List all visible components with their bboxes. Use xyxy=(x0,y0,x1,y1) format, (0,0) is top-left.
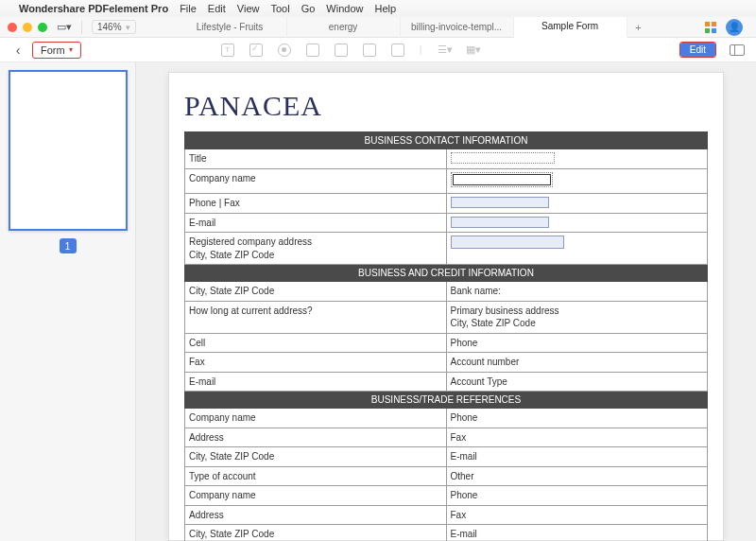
page-thumbnail-1[interactable]: PANACEA xyxy=(9,70,128,231)
align-tool-icon[interactable]: ☰▾ xyxy=(438,44,451,57)
label-account-type: Account Type xyxy=(446,372,708,392)
ref2-email: E-mail xyxy=(446,525,708,542)
page-number-badge: 1 xyxy=(60,238,77,253)
menu-view[interactable]: View xyxy=(237,3,260,14)
chevron-down-icon: ▾ xyxy=(126,23,130,32)
field-company-name[interactable] xyxy=(446,168,708,194)
ref2-address: Address xyxy=(185,505,447,525)
label-cell: Cell xyxy=(185,333,447,353)
menu-file[interactable]: File xyxy=(180,3,197,14)
button-tool-icon[interactable] xyxy=(363,44,376,57)
doc-title: PANACEA xyxy=(184,90,708,122)
tool-separator: | xyxy=(420,44,422,57)
tab-energy[interactable]: energy xyxy=(287,17,401,38)
menu-help[interactable]: Help xyxy=(374,3,396,14)
ref2-company: Company name xyxy=(185,486,447,506)
ref1-company: Company name xyxy=(185,409,447,428)
field-email[interactable] xyxy=(446,213,708,233)
form-field-tools: T | ☰▾ ▦▾ xyxy=(221,44,479,57)
zoom-dropdown[interactable]: 146% ▾ xyxy=(92,20,136,34)
zoom-value: 146% xyxy=(97,22,122,32)
label-account-number: Account number xyxy=(446,353,708,373)
window-titlebar: ▭▾ 146% ▾ Lifestyle - Fruits energy bill… xyxy=(0,17,756,38)
text-field-tool-icon[interactable]: T xyxy=(221,44,234,57)
menu-tool[interactable]: Tool xyxy=(270,3,289,14)
signature-tool-icon[interactable] xyxy=(391,44,404,57)
label-city-zip: City, State ZIP Code xyxy=(185,282,447,302)
label-email: E-mail xyxy=(185,213,447,233)
more-tool-icon[interactable]: ▦▾ xyxy=(466,44,479,57)
field-phone-fax[interactable] xyxy=(446,194,708,214)
label-reg-address: Registered company addressCity, State ZI… xyxy=(185,233,447,265)
split-view-icon[interactable] xyxy=(730,44,745,56)
edit-button[interactable]: Edit xyxy=(679,42,716,58)
chevron-down-icon: ▾ xyxy=(69,45,73,54)
ref1-phone: Phone xyxy=(446,409,708,428)
sidebar-toggle-icon[interactable]: ▭▾ xyxy=(57,21,72,33)
menu-window[interactable]: Window xyxy=(326,3,363,14)
tab-strip: Lifestyle - Fruits energy billing-invoic… xyxy=(174,17,705,38)
page-thumbnails-panel: PANACEA 1 xyxy=(0,62,136,541)
app-name[interactable]: Wondershare PDFelement Pro xyxy=(19,3,168,14)
workspace: PANACEA 1 PANACEA BUSINESS CONTACT INFOR… xyxy=(0,62,756,541)
tab-lifestyle[interactable]: Lifestyle - Fruits xyxy=(174,17,287,38)
form-mode-dropdown[interactable]: Form ▾ xyxy=(32,42,81,59)
field-reg-address[interactable] xyxy=(446,233,708,265)
toolbar: ‹ Form ▾ T | ☰▾ ▦▾ Edit xyxy=(0,38,756,62)
label-bank-name: Bank name: xyxy=(446,282,708,302)
document-page: PANACEA BUSINESS CONTACT INFORMATION Tit… xyxy=(168,72,724,541)
label-company-name: Company name xyxy=(185,168,447,194)
ref1-city: City, State ZIP Code xyxy=(185,447,447,467)
ref2-fax: Fax xyxy=(446,505,708,525)
ref1-address: Address xyxy=(185,428,447,447)
tab-billing[interactable]: billing-invoice-templ... xyxy=(401,17,514,38)
ref1-other: Other xyxy=(446,466,708,486)
document-canvas[interactable]: PANACEA BUSINESS CONTACT INFORMATION Tit… xyxy=(136,62,756,541)
listbox-tool-icon[interactable] xyxy=(335,44,348,57)
ref1-type: Type of account xyxy=(185,466,447,486)
section-business-contact: BUSINESS CONTACT INFORMATION xyxy=(185,132,708,149)
field-title[interactable] xyxy=(446,149,708,169)
traffic-lights xyxy=(8,23,47,32)
maximize-window-button[interactable] xyxy=(38,23,47,32)
form-table: BUSINESS CONTACT INFORMATION Title Compa… xyxy=(184,131,708,541)
combobox-tool-icon[interactable] xyxy=(306,44,319,57)
mac-menubar: Wondershare PDFelement Pro File Edit Vie… xyxy=(0,0,756,17)
form-mode-label: Form xyxy=(41,44,65,56)
user-avatar[interactable]: 👤 xyxy=(726,19,743,36)
label-title: Title xyxy=(185,149,447,169)
section-business-credit: BUSINESS AND CREDIT INFORMATION xyxy=(185,265,708,282)
checkbox-tool-icon[interactable] xyxy=(249,44,263,57)
ref1-email: E-mail xyxy=(446,447,708,467)
label-email2: E-mail xyxy=(185,372,447,392)
edit-button-label: Edit xyxy=(680,43,715,57)
tab-sample-form[interactable]: Sample Form xyxy=(514,17,627,38)
label-phone2: Phone xyxy=(446,333,708,353)
label-primary-addr: Primary business addressCity, State ZIP … xyxy=(446,301,708,333)
label-fax2: Fax xyxy=(185,353,447,373)
section-trade-references: BUSINESS/TRADE REFERENCES xyxy=(185,392,708,409)
ref2-city: City, State ZIP Code xyxy=(185,525,447,542)
new-tab-button[interactable]: + xyxy=(627,22,650,33)
menu-edit[interactable]: Edit xyxy=(208,3,226,14)
minimize-window-button[interactable] xyxy=(23,23,32,32)
back-button[interactable]: ‹ xyxy=(11,43,25,58)
ref2-phone: Phone xyxy=(446,486,708,506)
radio-tool-icon[interactable] xyxy=(278,44,291,57)
ref1-fax: Fax xyxy=(446,428,708,447)
label-how-long: How long at current address? xyxy=(185,301,447,333)
close-window-button[interactable] xyxy=(8,23,17,32)
label-phone-fax: Phone | Fax xyxy=(185,194,447,214)
apps-grid-icon[interactable] xyxy=(705,22,716,33)
menu-go[interactable]: Go xyxy=(301,3,316,14)
